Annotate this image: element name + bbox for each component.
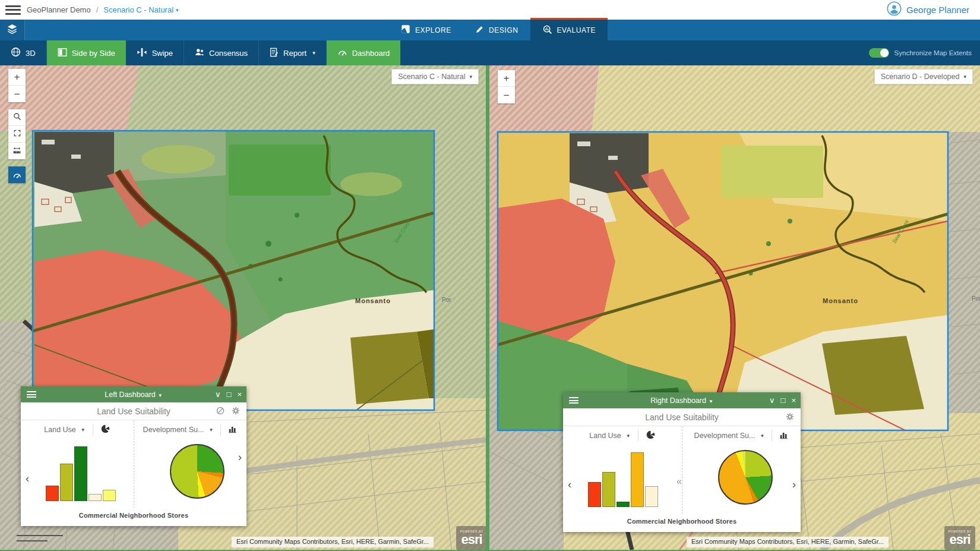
sync-extents-label: Synchronize Map Extents (894, 49, 972, 56)
edge-place-label: Por (972, 295, 980, 302)
chevron-down-icon: ▼ (709, 399, 713, 404)
side-by-side-icon (58, 48, 67, 59)
consensus-button[interactable]: Consensus (184, 40, 259, 65)
close-icon[interactable]: × (237, 390, 242, 399)
chart-caption: Commercial Neighborhood Stores (21, 508, 246, 526)
button-label: 3D (26, 49, 36, 58)
avatar (887, 1, 902, 18)
collapse-icon[interactable]: ∨ (215, 390, 221, 399)
bar-chart-toggle-icon[interactable] (779, 430, 789, 442)
hamburger-menu-icon[interactable] (5, 5, 21, 15)
right-dashboard-header: Right Dashboard▼ ∨ □ × (563, 392, 801, 408)
indicator-selector[interactable]: Land Use (589, 432, 621, 440)
tab-explore[interactable]: EXPLORE (389, 20, 463, 40)
user-menu[interactable]: George Planner (887, 0, 969, 20)
scenario-label: Scenario C - Natural (398, 73, 465, 81)
swipe-button[interactable]: Swipe (126, 40, 184, 65)
report-button[interactable]: Report ▾ (259, 40, 327, 65)
esri-logo: POWERED BY esri (456, 526, 486, 550)
development-suitability-pie-chart (170, 444, 225, 499)
edge-place-label: Por (442, 297, 451, 303)
left-map[interactable]: Monsanto Seal Creek Por + − Scenario C -… (0, 65, 486, 550)
top-bar: GeoPlanner Demo / Scenario C - Natural ▾… (0, 0, 980, 20)
dashboard-toggle-button[interactable] (8, 166, 26, 183)
left-dashboard: Left Dashboard▼ ∨ □ × Land Use Suitabili… (21, 386, 246, 526)
tab-label: EXPLORE (415, 26, 451, 34)
evaluate-toolbar: 3D Side by Side Swipe Consensus Report ▾… (0, 40, 980, 65)
chevron-down-icon: ▼ (760, 433, 764, 439)
people-icon (195, 48, 204, 59)
scenario-label: Scenario D - Developed (881, 73, 960, 81)
user-name: George Planner (906, 5, 969, 15)
measure-button[interactable] (8, 143, 26, 159)
pie-chart-panel: Development Su... ▼ (682, 426, 801, 514)
breadcrumb-scenario-dropdown[interactable]: Scenario C - Natural (103, 5, 173, 14)
gear-icon[interactable] (231, 406, 241, 417)
pie-chart-toggle-icon[interactable] (100, 424, 110, 436)
zoom-controls: + − (498, 70, 515, 103)
tab-evaluate[interactable]: EVALUATE (530, 18, 608, 41)
bar-chart-panel: Land Use ▼ (563, 426, 682, 514)
chevron-down-icon: ▼ (81, 427, 86, 433)
collapse-icon[interactable]: ∨ (769, 396, 775, 405)
indicator-selector[interactable]: Development Su... (143, 426, 204, 434)
zoom-in-button[interactable]: + (8, 69, 26, 86)
sync-extents-toggle[interactable] (869, 48, 889, 58)
layers-icon (7, 23, 18, 37)
widget-title: Land Use Suitability (645, 413, 719, 422)
left-map-suitability-overlay: Monsanto Seal Creek (33, 131, 434, 410)
extent-expand-button[interactable] (8, 126, 26, 143)
map-compare-area: Monsanto Seal Creek Por + − Scenario C -… (0, 65, 980, 551)
button-label: Consensus (209, 49, 248, 58)
widget-title: Land Use Suitability (97, 407, 170, 416)
zoom-out-button[interactable]: − (498, 87, 515, 103)
right-map[interactable]: Monsanto Seal Creek Por + − Scenario D -… (489, 65, 980, 550)
pie-chart-toggle-icon[interactable] (646, 430, 656, 442)
visibility-off-icon[interactable] (216, 406, 225, 417)
mode-tabs: EXPLORE DESIGN EVALUATE (389, 20, 608, 40)
collapse-panels-icon[interactable]: « (676, 476, 682, 487)
left-dashboard-header: Left Dashboard▼ ∨ □ × (21, 386, 246, 402)
chevron-down-icon: ▼ (626, 433, 631, 439)
scale-bar (17, 535, 63, 541)
next-chart-arrow[interactable]: › (238, 451, 242, 462)
maximize-icon[interactable]: □ (227, 390, 232, 399)
place-label: Monsanto (355, 297, 391, 304)
main-nav-bar: EXPLORE DESIGN EVALUATE (0, 20, 980, 40)
chevron-down-icon: ▼ (208, 427, 213, 433)
zoom-controls: + − (8, 69, 26, 102)
dashboard-button[interactable]: Dashboard (327, 40, 401, 65)
indicator-selector[interactable]: Land Use (44, 426, 76, 434)
next-chart-arrow[interactable]: › (792, 478, 796, 490)
search-button[interactable] (8, 109, 26, 126)
sync-extents-control: Synchronize Map Extents (869, 40, 972, 65)
charts-row: Land Use ▼ Development Su... ▼ (563, 426, 801, 514)
zoom-in-button[interactable]: + (498, 70, 515, 87)
dashboard-title-dropdown[interactable]: Left Dashboard▼ (21, 391, 246, 399)
dashboard-title-dropdown[interactable]: Right Dashboard▼ (563, 396, 801, 405)
tab-design[interactable]: DESIGN (463, 20, 530, 40)
3d-button[interactable]: 3D (0, 40, 47, 65)
prev-chart-arrow[interactable]: ‹ (26, 473, 29, 484)
pie-chart-panel: Development Su... ▼ (134, 420, 246, 508)
breadcrumb-separator: / (96, 5, 99, 14)
side-by-side-button[interactable]: Side by Side (47, 40, 126, 65)
left-scenario-selector[interactable]: Scenario C - Natural ▾ (391, 69, 479, 84)
zoom-out-button[interactable]: − (8, 86, 26, 102)
swipe-icon (137, 48, 147, 59)
gauge-icon (337, 48, 347, 59)
bar-chart-toggle-icon[interactable] (228, 424, 238, 436)
right-scenario-selector[interactable]: Scenario D - Developed ▾ (874, 69, 973, 84)
esri-logo: POWERED BY esri (944, 526, 975, 550)
tab-label: DESIGN (489, 26, 519, 34)
esri-wordmark: esri (949, 533, 970, 546)
maximize-icon[interactable]: □ (781, 396, 786, 405)
button-label: Report (283, 49, 306, 58)
gear-icon[interactable] (785, 412, 795, 423)
indicator-selector[interactable]: Development Su... (694, 432, 755, 440)
layers-button[interactable] (0, 20, 25, 40)
button-label: Dashboard (352, 49, 390, 58)
prev-chart-arrow[interactable]: ‹ (568, 478, 571, 490)
button-label: Side by Side (72, 49, 115, 58)
close-icon[interactable]: × (791, 396, 796, 405)
